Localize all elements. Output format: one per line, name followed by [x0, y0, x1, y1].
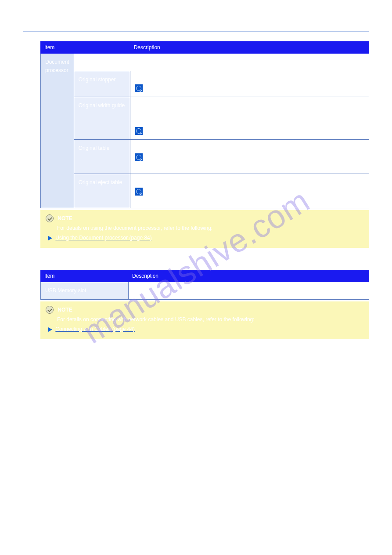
category-cell: Document processor	[41, 54, 74, 208]
arrow-icon	[48, 236, 52, 240]
desc-original-stopper: Point to align with the original size in…	[130, 71, 369, 97]
header-rule	[23, 31, 369, 32]
desc-line: Any gap may cause the originals to not b…	[135, 118, 364, 126]
desc-link[interactable]: Loading Originals in the Document Proces…	[145, 127, 278, 133]
sub-original-table: Original table	[74, 139, 130, 174]
table-row: USB Memory slot Mount the USB drive here…	[41, 282, 369, 300]
desc-width-guide: Adjust according to the original width w…	[130, 97, 369, 140]
sub-eject-table: Original eject table	[74, 174, 130, 208]
desc-eject-table: Originals scanned by the document proces…	[130, 174, 369, 208]
desc-line: Adjust according to the original width w…	[135, 102, 364, 110]
category-desc: Automatically scans multi-page originals…	[74, 54, 369, 71]
table-row: Original table Place the sheet originals…	[41, 139, 369, 174]
desc-line: If the original width guides are not flu…	[135, 110, 364, 118]
table-row: Original stopper Point to align with the…	[41, 71, 369, 97]
subsection-connection: Connection	[40, 261, 369, 267]
check-icon	[46, 214, 54, 222]
desc-usb-slot: Mount the USB drive here.	[129, 282, 369, 300]
note-title: NOTE	[58, 214, 72, 222]
desc-line: Point to align with the original size in…	[135, 76, 364, 84]
sub-width-guide: Original width guide	[74, 97, 130, 140]
note-title-2: NOTE	[58, 306, 72, 314]
desc-line: Using the Document processor (page 84)	[135, 196, 364, 204]
desc-line: Using the Document processor (page 84)	[135, 161, 364, 170]
desc-original-table: Place the sheet originals to be processe…	[130, 139, 369, 174]
desc-link[interactable]: Loading Originals in the Document Proces…	[145, 188, 278, 194]
th-item: Item	[41, 42, 130, 54]
link-icon	[135, 153, 143, 161]
connection-table: Item Description USB Memory slot Mount t…	[40, 270, 369, 300]
header-right: Names of Parts > Machine Exterior: Front	[279, 8, 368, 13]
note-document-processor: NOTE For details on using the document p…	[40, 210, 369, 248]
th-item-2: Item	[41, 270, 129, 282]
table-row: Original eject table Originals scanned b…	[41, 174, 369, 208]
sub-usb-slot: USB Memory slot	[41, 282, 129, 300]
page-number: 50	[23, 352, 369, 359]
link-icon	[135, 84, 143, 92]
header-left: Operating Instructions	[24, 8, 71, 13]
link-icon	[135, 127, 143, 135]
parts-table: Item Description Document processor Auto…	[40, 41, 369, 208]
check-icon	[46, 306, 54, 314]
sub-original-stopper: Original stopper	[74, 71, 130, 97]
desc-link[interactable]: Loading Originals in the Document Proces…	[145, 84, 278, 91]
note-body-2: For details on connecting with network c…	[57, 316, 364, 323]
th-desc: Description	[130, 42, 369, 54]
desc-line: Place the sheet originals to be processe…	[135, 144, 364, 152]
note-connection: NOTE For details on connecting with netw…	[40, 301, 369, 339]
desc-line: Originals scanned by the document proces…	[135, 178, 364, 187]
table-row: Original width guide Adjust according to…	[41, 97, 369, 140]
arrow-icon	[48, 327, 52, 332]
note-link-2[interactable]: Connecting with Cables (page 44)	[55, 326, 135, 332]
note-body: For details on using the document proces…	[57, 224, 364, 232]
desc-link[interactable]: Loading Originals in the Document Proces…	[145, 153, 278, 160]
th-desc-2: Description	[129, 270, 369, 282]
note-link[interactable]: Using the Document processor (page 84)	[55, 235, 151, 241]
link-icon	[135, 188, 143, 196]
